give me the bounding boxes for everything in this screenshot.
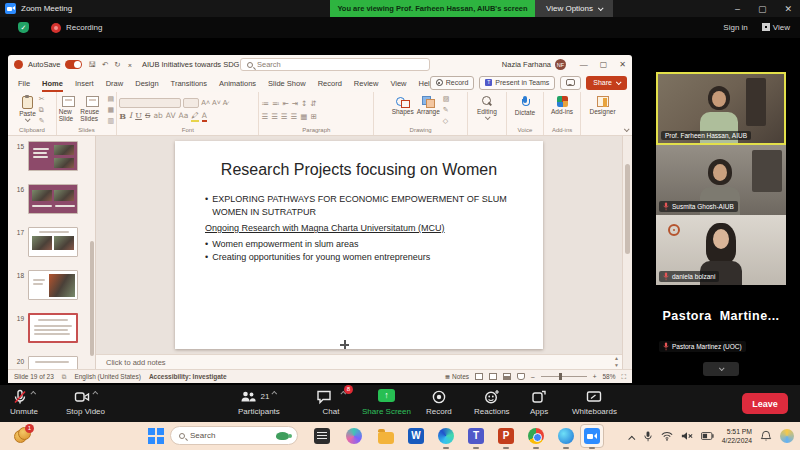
- slide-sorter-button[interactable]: [489, 373, 497, 380]
- text-direction-button[interactable]: ⇵: [310, 99, 316, 108]
- present-in-teams-button[interactable]: TPresent in Teams: [479, 76, 555, 90]
- align-right-button[interactable]: ☰: [281, 112, 288, 121]
- recording-indicator-icon[interactable]: [51, 23, 61, 33]
- slide-thumbnail-panel[interactable]: 15 16 17: [8, 136, 96, 369]
- paste-button[interactable]: Paste: [19, 94, 36, 126]
- record-button[interactable]: Record: [426, 389, 452, 416]
- font-size-box[interactable]: [183, 98, 199, 108]
- shrink-font-button[interactable]: A˅: [212, 99, 221, 106]
- weather-widget-icon[interactable]: [780, 429, 794, 443]
- save-icon[interactable]: 🖫: [89, 60, 97, 69]
- bold-button[interactable]: B: [119, 111, 126, 122]
- view-layout-button[interactable]: View: [762, 23, 790, 32]
- file-explorer-icon[interactable]: [376, 426, 396, 446]
- zoom-out-button[interactable]: –: [531, 373, 535, 380]
- menu-home[interactable]: Home: [36, 74, 69, 92]
- zoom-percent[interactable]: 58%: [602, 373, 615, 380]
- underline-button[interactable]: U: [135, 111, 142, 122]
- reuse-slides-button[interactable]: Reuse Slides: [80, 94, 104, 126]
- ppt-maximize-button[interactable]: ▢: [600, 60, 608, 69]
- menu-draw[interactable]: Draw: [100, 74, 130, 92]
- ppt-record-button[interactable]: Record: [430, 76, 475, 90]
- tray-volume-muted-icon[interactable]: [681, 431, 693, 441]
- addins-button[interactable]: Add-ins: [551, 94, 573, 126]
- grow-font-button[interactable]: A˄: [201, 99, 210, 106]
- ppt-search-box[interactable]: Search: [240, 58, 430, 71]
- participants-button[interactable]: 21 Participants: [238, 389, 280, 416]
- accessibility-status[interactable]: Accessibility: Investigate: [149, 373, 227, 380]
- notepad-icon[interactable]: [312, 426, 332, 446]
- clear-format-button[interactable]: A̷: [223, 99, 228, 106]
- maximize-button[interactable]: ▢: [758, 4, 767, 14]
- current-slide[interactable]: Research Projects focusing on Women •EXP…: [175, 141, 543, 349]
- edge-icon[interactable]: [436, 426, 456, 446]
- thumbnail-slide-19-selected[interactable]: 19: [8, 313, 96, 343]
- numbering-button[interactable]: ≕: [272, 99, 280, 108]
- video-tile-daniela[interactable]: daniela bolzani: [656, 215, 786, 285]
- increase-indent-button[interactable]: ⇥: [292, 99, 298, 108]
- powerpoint-icon[interactable]: P: [496, 426, 516, 446]
- line-spacing-button[interactable]: ↕: [301, 99, 307, 108]
- align-left-button[interactable]: ☰: [261, 112, 268, 121]
- slide-canvas[interactable]: Research Projects focusing on Women •EXP…: [96, 136, 622, 354]
- slideshow-button[interactable]: [517, 373, 525, 380]
- menu-view[interactable]: View: [384, 74, 412, 92]
- ppt-share-button[interactable]: Share: [586, 76, 627, 90]
- align-center-button[interactable]: ☰: [271, 112, 278, 121]
- dictate-button[interactable]: Dictate: [515, 94, 535, 126]
- zoom-app-icon[interactable]: [582, 426, 602, 446]
- start-button[interactable]: [148, 428, 164, 444]
- reading-view-button[interactable]: [503, 373, 511, 380]
- bullets-button[interactable]: ≔: [261, 99, 269, 108]
- video-tile-pastora[interactable]: Pastora Martine... Pastora Martinez (UOC…: [656, 285, 786, 355]
- normal-view-button[interactable]: [475, 373, 483, 380]
- whiteboards-button[interactable]: Whiteboards: [572, 389, 617, 416]
- notes-scroll-arrows[interactable]: ▲▼: [614, 355, 619, 369]
- menu-design[interactable]: Design: [129, 74, 164, 92]
- menu-record[interactable]: Record: [312, 74, 348, 92]
- leave-button[interactable]: Leave: [742, 393, 788, 414]
- view-options-button[interactable]: View Options: [535, 0, 613, 17]
- quick-access-icon[interactable]: ⌅: [127, 60, 133, 69]
- menu-transitions[interactable]: Transitions: [165, 74, 213, 92]
- notification-bell-icon[interactable]: [760, 430, 772, 442]
- copilot-icon[interactable]: [344, 426, 364, 446]
- teams-icon[interactable]: T: [466, 426, 486, 446]
- columns-button[interactable]: ▦: [300, 112, 307, 121]
- designer-button[interactable]: Designer: [590, 94, 616, 126]
- language-indicator[interactable]: English (United States): [74, 373, 140, 380]
- video-tile-susmita[interactable]: Susmita Ghosh-AIUB: [656, 145, 786, 215]
- sign-in-link[interactable]: Sign in: [723, 23, 747, 32]
- meeting-info-shield-icon[interactable]: ✓: [18, 22, 29, 33]
- share-screen-button[interactable]: ↑ Share Screen: [362, 389, 411, 416]
- stop-video-button[interactable]: Stop Video: [66, 389, 105, 416]
- highlight-button[interactable]: 🖍: [191, 111, 199, 122]
- ppt-close-button[interactable]: ✕: [619, 60, 626, 69]
- zoom-in-button[interactable]: +: [593, 373, 597, 380]
- thumbnail-slide-17[interactable]: 17: [8, 227, 96, 257]
- apps-button[interactable]: Apps: [530, 389, 548, 416]
- tray-battery-icon[interactable]: [701, 432, 714, 440]
- shapes-button[interactable]: Shapes: [392, 94, 414, 126]
- undo-icon[interactable]: ↶: [102, 60, 108, 69]
- thumbnail-slide-16[interactable]: 16: [8, 184, 96, 214]
- word-icon[interactable]: W: [406, 426, 426, 446]
- clock[interactable]: 5:51 PM 4/22/2024: [722, 427, 752, 445]
- tray-wifi-icon[interactable]: [661, 431, 673, 441]
- font-name-box[interactable]: [119, 98, 181, 108]
- drawing-mini-buttons[interactable]: ▨✎◇: [443, 94, 450, 126]
- redo-icon[interactable]: ↻: [114, 60, 120, 69]
- clipboard-mini-buttons[interactable]: ✂⧉✎: [39, 94, 45, 126]
- notification-coin-icon[interactable]: 1: [14, 427, 31, 444]
- arrange-button[interactable]: Arrange: [417, 94, 440, 126]
- display-settings-icon[interactable]: ⧉: [62, 373, 67, 381]
- collapse-videos-button[interactable]: [703, 362, 739, 376]
- change-case-button[interactable]: Aa: [179, 111, 189, 122]
- taskbar-search[interactable]: Search: [170, 426, 298, 445]
- notes-toggle[interactable]: ≣ Notes: [445, 373, 469, 381]
- thumbnail-scrollbar[interactable]: [90, 241, 94, 356]
- comments-button[interactable]: [560, 76, 581, 90]
- video-tile-farheen[interactable]: Prof. Farheen Hassan, AIUB: [656, 72, 786, 145]
- menu-slideshow[interactable]: Slide Show: [262, 74, 312, 92]
- tray-mic-icon[interactable]: [643, 431, 653, 442]
